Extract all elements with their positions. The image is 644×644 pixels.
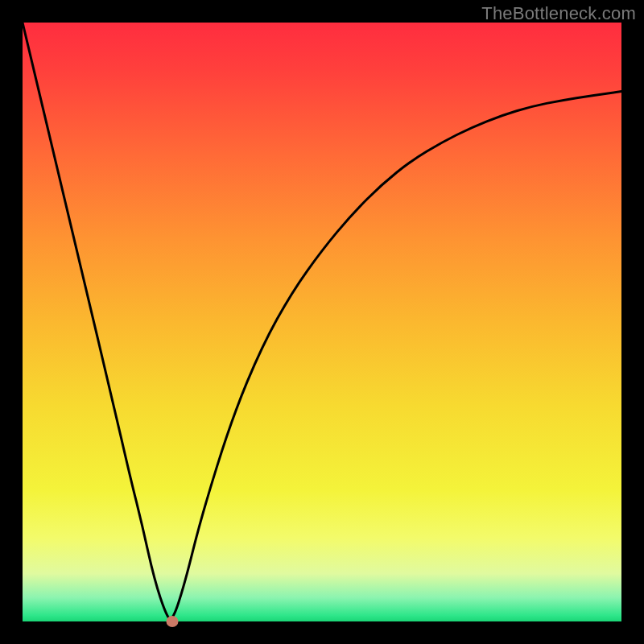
curve-path [23, 23, 621, 619]
watermark-label: TheBottleneck.com [481, 3, 636, 24]
chart-frame: TheBottleneck.com [0, 0, 644, 644]
optimal-point-marker [167, 616, 179, 627]
bottleneck-curve [23, 23, 621, 621]
plot-area [23, 23, 621, 621]
